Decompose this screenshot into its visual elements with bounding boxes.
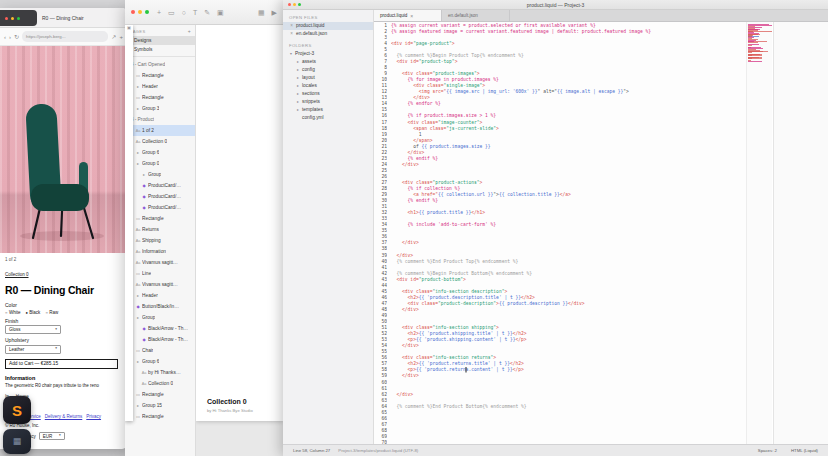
disclosure-icon[interactable]: ▸ [296, 74, 300, 82]
zoom-icon[interactable] [298, 3, 301, 6]
open-file-product-liquid[interactable]: ×product.liquid [283, 22, 373, 30]
close-icon[interactable] [131, 10, 135, 14]
disclosure-icon[interactable]: ▸ [296, 90, 300, 98]
layer-rectangle[interactable]: ▭Rectangle [125, 70, 195, 81]
refresh-icon[interactable]: ↻ [14, 34, 19, 40]
tree-sections[interactable]: ▸sections [283, 90, 373, 98]
layer-by-hi-thanks[interactable]: Aaby Hi Thanks… [125, 367, 195, 378]
minimize-icon[interactable] [293, 3, 296, 6]
oval-tool-icon[interactable]: ○ [182, 9, 186, 16]
minimap[interactable] [746, 22, 772, 444]
browser-titlebar[interactable]: R0 — Dining Chair [0, 8, 127, 28]
disclosure-icon[interactable]: ▸ [296, 82, 300, 90]
tree-config[interactable]: ▸config [283, 66, 373, 74]
layer-productcard[interactable]: ◆ProductCard/… [125, 191, 195, 202]
insert-icon[interactable]: + [157, 9, 161, 16]
close-icon[interactable] [5, 17, 8, 20]
preview-icon[interactable]: ▶ [272, 9, 277, 16]
back-icon[interactable]: ‹ [4, 34, 6, 40]
forward-icon[interactable]: › [9, 34, 11, 40]
new-tab-icon[interactable]: + [119, 34, 123, 40]
layer-1-of-2[interactable]: Aa1 of 2 [125, 125, 195, 136]
tree-config-yml[interactable]: config.yml [283, 114, 373, 122]
close-file-icon[interactable]: × [289, 30, 294, 38]
group-tool-icon[interactable]: ▣ [217, 9, 224, 16]
layer-productcard[interactable]: ◆ProductCard/… [125, 180, 195, 191]
layer-vivamus-sagitt[interactable]: AaVivamus sagitt… [125, 257, 195, 268]
zoom-icon[interactable] [145, 10, 149, 14]
code-area[interactable]: 1234567891011121314151617181920212223242… [374, 22, 746, 444]
layer-group-15[interactable]: ▸Group 15 [125, 400, 195, 411]
layer-line[interactable]: ▭Line [125, 268, 195, 279]
artboard[interactable]: Collection 0 by Hi Thanks Bye Studio [196, 25, 283, 421]
disclosure-icon[interactable]: ▸ [296, 58, 300, 66]
layer-returns[interactable]: AaReturns [125, 224, 195, 235]
indent-status[interactable]: Spaces: 2 [758, 448, 777, 453]
layer-group-0[interactable]: ▸Group 0 [125, 158, 195, 169]
close-icon[interactable] [288, 3, 291, 6]
close-tab-icon[interactable]: × [410, 13, 413, 19]
layer-header[interactable]: ▸Header [125, 290, 195, 301]
share-icon[interactable]: ↗ [111, 34, 116, 40]
layer-group-6[interactable]: ▸Group 6 [125, 147, 195, 158]
disclosure-icon[interactable]: ▸ [296, 98, 300, 106]
layer-rectangle[interactable]: ▭Rectangle [125, 92, 195, 103]
dock-app-icon[interactable]: ▦ [3, 429, 31, 454]
layer-vivamus-sagitt[interactable]: AaVivamus sagitt… [125, 279, 195, 290]
color-option-black[interactable]: ●Black [25, 310, 40, 315]
text-tool-icon[interactable]: T [193, 9, 197, 16]
editor-titlebar[interactable]: product.liquid — Project-3 [283, 0, 828, 10]
layer-productcard[interactable]: ◆ProductCard/… [125, 202, 195, 213]
url-bar[interactable]: https://joseph-berg… [22, 31, 108, 42]
currency-select[interactable]: EUR ▾ [39, 432, 65, 440]
sketch-canvas[interactable]: Collection 0 by Hi Thanks Bye Studio [196, 25, 283, 456]
syntax-status[interactable]: HTML (Liquid) [791, 448, 818, 453]
tree-locales[interactable]: ▸locales [283, 82, 373, 90]
dock-sublime-icon[interactable]: S [3, 396, 31, 424]
footer-link-delivery-returns[interactable]: Delivery & Returns [45, 414, 83, 419]
layer-black-arrow-th[interactable]: ◆Black/Arrow - Th… [125, 323, 195, 334]
layer-chair[interactable]: ▭Chair [125, 345, 195, 356]
minimize-icon[interactable] [11, 17, 14, 20]
layer-group-3[interactable]: ▸Group 3 [125, 103, 195, 114]
collection-link[interactable]: Collection 0 [5, 272, 29, 277]
page-designs[interactable]: Designs [125, 36, 195, 45]
layer-group[interactable]: ▸Group [125, 312, 195, 323]
tree-snippets[interactable]: ▸snippets [283, 98, 373, 106]
page-symbols[interactable]: Symbols [125, 45, 195, 54]
minimize-icon[interactable] [138, 10, 142, 14]
tree-assets[interactable]: ▸assets [283, 58, 373, 66]
open-file-en-default-json[interactable]: ×en.default.json [283, 30, 373, 38]
layer-button-black-in[interactable]: ◆Button/Black/In… [125, 301, 195, 312]
color-option-raw[interactable]: ○Raw [45, 310, 58, 315]
layer-group[interactable]: ▸Group [125, 169, 195, 180]
layer-03-product[interactable]: ▣03 - Product [125, 114, 195, 125]
upholstery-select[interactable]: Leather ▾ [5, 345, 61, 354]
layer-shipping[interactable]: AaShipping [125, 235, 195, 246]
footer-link-privacy[interactable]: Privacy [86, 414, 101, 419]
layer-black-arrow-th[interactable]: ◆Black/Arrow - Th… [125, 334, 195, 345]
add-page-icon[interactable]: + [188, 29, 191, 34]
layer-group-6[interactable]: ▸Group 6 [125, 356, 195, 367]
disclosure-icon[interactable]: ▸ [296, 66, 300, 74]
grid-icon[interactable]: ▦ [258, 9, 265, 16]
tree-templates[interactable]: ▸templates [283, 106, 373, 114]
disclosure-icon[interactable]: ▸ [296, 106, 300, 114]
disclosure-icon[interactable]: ▾ [289, 50, 293, 58]
shape-tool-icon[interactable]: ▭ [168, 9, 175, 16]
color-option-white[interactable]: ○White [5, 310, 20, 315]
layer-header[interactable]: ▸Header [125, 81, 195, 92]
add-to-cart-button[interactable]: Add to Cart — €285.15 [5, 359, 118, 369]
pencil-tool-icon[interactable]: ✎ [204, 9, 210, 16]
zoom-icon[interactable] [17, 17, 20, 20]
layer-04-cart-opened[interactable]: ▣04 - Cart Opened [125, 59, 195, 70]
finish-select[interactable]: Gloss ▾ [5, 325, 61, 334]
layer-rectangle[interactable]: ▭Rectangle [125, 411, 195, 422]
tree-project-3[interactable]: ▾Project-3 [283, 50, 373, 58]
tab-en-default-json[interactable]: en.default.json [442, 10, 510, 21]
close-file-icon[interactable]: × [289, 22, 294, 30]
layer-rectangle[interactable]: ▭Rectangle [125, 213, 195, 224]
layer-rectangle[interactable]: ▭Rectangle [125, 389, 195, 400]
layer-information[interactable]: AaInformation [125, 246, 195, 257]
layer-collection-0[interactable]: AaCollection 0 [125, 378, 195, 389]
